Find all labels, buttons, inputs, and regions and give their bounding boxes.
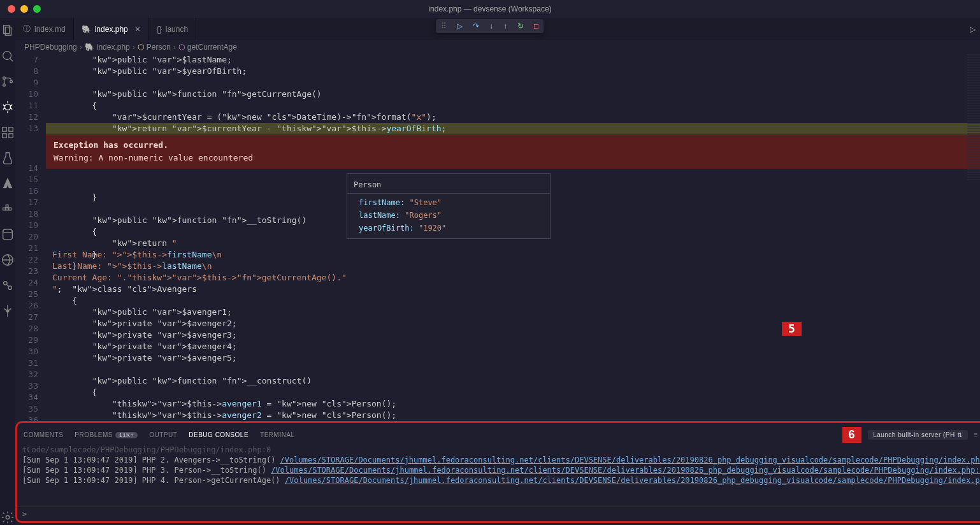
- svg-rect-15: [9, 127, 13, 131]
- azure-icon[interactable]: [0, 176, 15, 191]
- svg-line-10: [3, 104, 5, 106]
- svg-point-6: [10, 80, 13, 83]
- svg-rect-16: [3, 134, 6, 138]
- svg-point-22: [3, 229, 13, 233]
- debug-console-output[interactable]: tCode/sumplecode/PHPDebugging/PHPDebuggi…: [17, 445, 980, 507]
- explorer-icon[interactable]: [0, 23, 15, 38]
- svg-line-12: [3, 108, 5, 110]
- debug-console-input[interactable]: >: [17, 507, 980, 521]
- svg-point-26: [6, 310, 9, 312]
- file-icon: {}: [157, 25, 162, 34]
- tab-output[interactable]: OUTPUT: [149, 427, 177, 443]
- php-file-icon: 🐘: [85, 43, 94, 52]
- svg-point-7: [4, 104, 10, 110]
- activity-bar: [0, 18, 15, 525]
- code-editor[interactable]: 789101112▷131415161718192021222324252627…: [15, 54, 980, 421]
- docker-icon[interactable]: [0, 201, 15, 217]
- tab-terminal[interactable]: TERMINAL: [260, 427, 295, 443]
- tab-debug-console[interactable]: DEBUG CONSOLE: [189, 427, 249, 443]
- bottom-panel-tabs: COMMENTS PROBLEMS11K+ OUTPUT DEBUG CONSO…: [17, 423, 980, 445]
- maximize-window-icon[interactable]: [33, 5, 41, 13]
- svg-point-5: [3, 84, 6, 87]
- svg-line-13: [11, 108, 13, 110]
- file-icon: 🐘: [82, 25, 91, 34]
- continue-icon[interactable]: ▷: [457, 22, 463, 31]
- tab-comments[interactable]: COMMENTS: [24, 427, 63, 443]
- tree-icon[interactable]: [0, 303, 15, 319]
- bottom-panel: COMMENTS PROBLEMS11K+ OUTPUT DEBUG CONSO…: [15, 421, 980, 523]
- editor-area: ⓘindex.md🐘index.php✕{}launch ⠿ ▷ ↷ ↓ ↑ ↻…: [15, 18, 980, 525]
- debug-hover-widget: Person firstName: "Steve" lastName: "Rog…: [347, 173, 551, 239]
- run-icon[interactable]: ▷: [970, 25, 976, 34]
- clear-console-icon[interactable]: ≡: [974, 431, 978, 438]
- search-icon[interactable]: [0, 48, 15, 64]
- class-icon: ⬡: [138, 43, 144, 52]
- drag-handle-icon[interactable]: ⠿: [441, 22, 447, 31]
- tab-problems[interactable]: PROBLEMS11K+: [75, 427, 138, 443]
- svg-rect-21: [9, 208, 11, 210]
- close-tab-icon[interactable]: ✕: [134, 25, 141, 34]
- console-session-dropdown[interactable]: Launch built-in server (PH ⇅: [868, 430, 967, 440]
- close-window-icon[interactable]: [8, 5, 15, 13]
- window-title: index.php — devsense (Workspace): [428, 4, 551, 13]
- editor-tab[interactable]: 🐘index.php✕: [74, 18, 149, 40]
- extensions-icon[interactable]: [0, 125, 15, 140]
- svg-point-4: [3, 77, 6, 80]
- svg-rect-0: [4, 25, 10, 34]
- stop-icon[interactable]: □: [534, 22, 538, 31]
- debug-toolbar[interactable]: ⠿ ▷ ↷ ↓ ↑ ↻ □: [436, 19, 544, 33]
- step-over-icon[interactable]: ↷: [473, 22, 479, 31]
- minimize-window-icon[interactable]: [20, 5, 28, 13]
- gitlens-icon[interactable]: [0, 278, 15, 293]
- source-control-icon[interactable]: [0, 74, 15, 89]
- svg-line-11: [11, 104, 13, 106]
- exception-banner: Exception has occurred.Warning: A non-nu…: [46, 134, 980, 169]
- svg-rect-20: [6, 205, 8, 208]
- method-icon: ⬡: [178, 43, 185, 52]
- breadcrumbs[interactable]: PHPDebugging› 🐘index.php› ⬡Person› ⬡getC…: [15, 40, 980, 54]
- svg-rect-18: [3, 208, 6, 210]
- svg-rect-19: [6, 208, 8, 210]
- editor-tab[interactable]: {}launch: [149, 18, 196, 40]
- minimap[interactable]: [967, 54, 980, 182]
- editor-tabs: ⓘindex.md🐘index.php✕{}launch ⠿ ▷ ↷ ↓ ↑ ↻…: [15, 18, 980, 40]
- annotation-6: 6: [842, 427, 862, 443]
- database-icon[interactable]: [0, 227, 15, 242]
- svg-point-27: [6, 515, 10, 519]
- step-into-icon[interactable]: ↓: [489, 22, 493, 31]
- settings-icon[interactable]: [0, 510, 15, 525]
- titlebar: index.php — devsense (Workspace): [0, 0, 980, 18]
- svg-rect-1: [5, 27, 11, 36]
- svg-rect-14: [3, 127, 6, 131]
- restart-icon[interactable]: ↻: [517, 22, 524, 31]
- svg-point-2: [3, 52, 11, 60]
- file-icon: ⓘ: [23, 24, 31, 34]
- annotation-5: 5: [782, 322, 802, 336]
- remote-icon[interactable]: [0, 252, 15, 268]
- svg-line-3: [10, 59, 13, 62]
- debug-icon[interactable]: [0, 99, 15, 115]
- test-icon[interactable]: [0, 150, 15, 166]
- editor-tab[interactable]: ⓘindex.md: [15, 18, 74, 40]
- step-out-icon[interactable]: ↑: [503, 22, 507, 31]
- svg-rect-17: [9, 134, 13, 138]
